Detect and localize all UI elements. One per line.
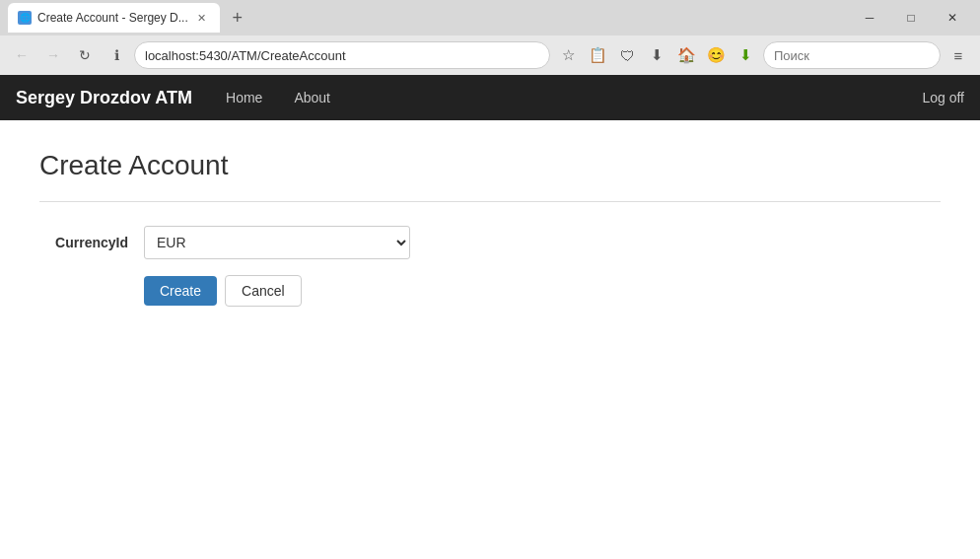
currency-form-group: CurrencyId EUR USD GBP RUB: [39, 226, 941, 259]
url-input[interactable]: [134, 41, 550, 69]
maximize-button[interactable]: □: [891, 3, 931, 33]
title-bar: 🌐 Create Account - Sergey D... ✕ + ─ □ ✕: [0, 0, 980, 35]
tab-bar: 🌐 Create Account - Sergey D... ✕ +: [8, 3, 846, 33]
toolbar-icons: ☆ 📋 🛡 ⬇ 🏠 😊 ⬇: [554, 41, 759, 69]
tab-close-button[interactable]: ✕: [194, 10, 210, 26]
back-button[interactable]: ←: [8, 41, 35, 69]
currency-label: CurrencyId: [39, 235, 128, 250]
section-divider: [39, 201, 941, 202]
cancel-button[interactable]: Cancel: [225, 275, 302, 307]
currency-select[interactable]: EUR USD GBP RUB: [144, 226, 410, 259]
firefox-download-icon[interactable]: ⬇: [732, 41, 759, 69]
account-icon[interactable]: 😊: [702, 41, 730, 69]
minimize-button[interactable]: ─: [850, 3, 889, 33]
nav-links: Home About: [212, 82, 922, 113]
app-navbar: Sergey Drozdov ATM Home About Log off: [0, 75, 980, 120]
new-tab-button[interactable]: +: [224, 4, 251, 32]
main-content: Create Account CurrencyId EUR USD GBP RU…: [0, 120, 980, 559]
logoff-link[interactable]: Log off: [922, 90, 964, 105]
page-title: Create Account: [39, 150, 941, 181]
nav-home[interactable]: Home: [212, 82, 276, 113]
info-button[interactable]: ℹ: [103, 41, 130, 69]
tab-title: Create Account - Sergey D...: [37, 11, 188, 25]
create-button[interactable]: Create: [144, 276, 217, 306]
app-brand: Sergey Drozdov ATM: [16, 88, 192, 108]
menu-icon[interactable]: ≡: [945, 41, 972, 69]
form-actions: Create Cancel: [144, 275, 941, 307]
tab-favicon: 🌐: [18, 11, 32, 25]
download-icon[interactable]: ⬇: [643, 41, 670, 69]
shield-icon[interactable]: 🛡: [613, 41, 641, 69]
bookmark-icon[interactable]: ☆: [554, 41, 582, 69]
forward-button[interactable]: →: [39, 41, 67, 69]
browser-chrome: 🌐 Create Account - Sergey D... ✕ + ─ □ ✕…: [0, 0, 980, 75]
address-bar: ← → ↻ ℹ ☆ 📋 🛡 ⬇ 🏠 😊 ⬇ ≡: [0, 35, 980, 75]
pocket-icon[interactable]: 📋: [584, 41, 611, 69]
window-controls: ─ □ ✕: [850, 3, 972, 33]
refresh-button[interactable]: ↻: [71, 41, 99, 69]
nav-about[interactable]: About: [280, 82, 344, 113]
home-icon[interactable]: 🏠: [672, 41, 700, 69]
search-input[interactable]: [763, 41, 941, 69]
active-tab[interactable]: 🌐 Create Account - Sergey D... ✕: [8, 3, 220, 33]
close-button[interactable]: ✕: [933, 3, 972, 33]
